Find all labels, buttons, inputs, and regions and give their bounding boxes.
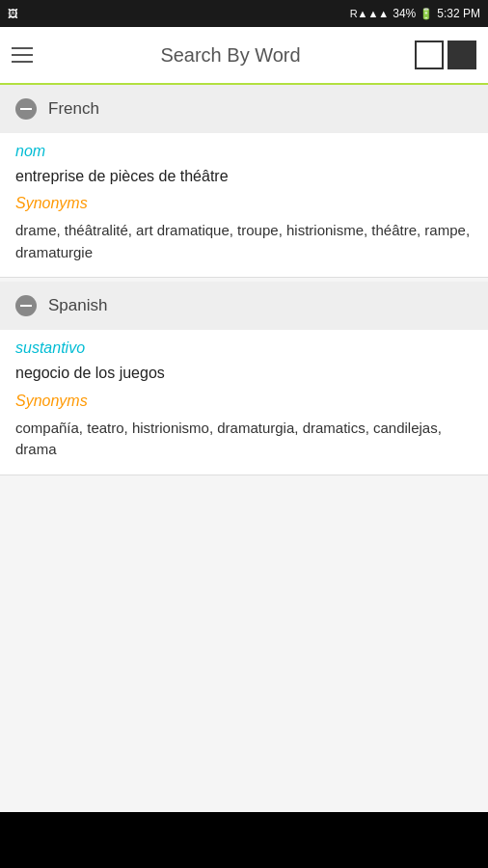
french-header: French <box>0 85 488 133</box>
bottom-navigation-bar <box>0 812 488 868</box>
spanish-entry: sustantivo negocio de los juegos Synonym… <box>0 330 488 474</box>
spanish-synonyms-link[interactable]: Synonyms <box>15 393 473 410</box>
spanish-header: Spanish <box>0 282 488 330</box>
view-toggle-white-button[interactable] <box>415 41 444 69</box>
french-collapse-button[interactable] <box>15 98 37 120</box>
spanish-definition: negocio de los juegos <box>15 363 473 384</box>
status-bar-left: 🖼 <box>8 8 18 19</box>
french-synonyms-link[interactable]: Synonyms <box>15 195 473 212</box>
hamburger-line-2 <box>12 54 33 56</box>
spanish-collapse-button[interactable] <box>15 295 37 316</box>
hamburger-line-3 <box>12 61 33 63</box>
spanish-label: Spanish <box>48 296 107 315</box>
menu-button[interactable] <box>12 38 46 72</box>
french-entry: nom entreprise de pièces de théâtre Syno… <box>0 133 488 277</box>
french-pos: nom <box>15 143 473 160</box>
app-bar-actions <box>415 41 476 69</box>
status-bar-right: R▲▲▲ 34% 🔋 5:32 PM <box>350 7 480 20</box>
signal-icon: R▲▲▲ <box>350 8 390 19</box>
battery-percent: 34% <box>393 7 416 20</box>
status-bar: 🖼 R▲▲▲ 34% 🔋 5:32 PM <box>0 0 488 27</box>
time: 5:32 PM <box>437 7 480 20</box>
spanish-section: Spanish sustantivo negocio de los juegos… <box>0 282 488 475</box>
french-definition: entreprise de pièces de théâtre <box>15 166 473 187</box>
view-toggle-black-button[interactable] <box>447 41 476 69</box>
content-area: French nom entreprise de pièces de théât… <box>0 85 488 812</box>
french-label: French <box>48 99 99 119</box>
app-bar: Search By Word <box>0 27 488 85</box>
hamburger-line-1 <box>12 47 33 49</box>
french-section: French nom entreprise de pièces de théât… <box>0 85 488 278</box>
french-synonyms-text: drame, théâtralité, art dramatique, trou… <box>15 220 473 263</box>
battery-icon: 🔋 <box>420 8 433 20</box>
app-icon: 🖼 <box>8 8 18 19</box>
french-divider <box>0 277 488 278</box>
page-title: Search By Word <box>46 44 415 67</box>
spanish-synonyms-text: compañía, teatro, histrionismo, dramatur… <box>15 418 473 461</box>
spanish-pos: sustantivo <box>15 339 473 357</box>
spanish-divider <box>0 475 488 475</box>
